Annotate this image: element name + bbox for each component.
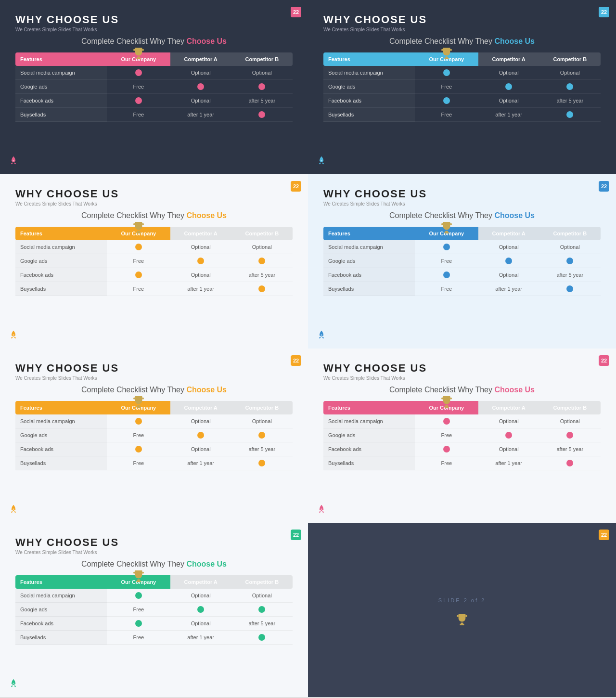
preview-label: SLIDE 2 of 2 xyxy=(438,597,486,603)
table-cell: Google ads xyxy=(323,80,415,94)
table-cell: Free xyxy=(107,80,170,94)
table-cell: Optional xyxy=(478,240,539,254)
table-cell xyxy=(415,94,478,108)
trophy-icon xyxy=(441,395,452,409)
checklist-heading: Complete Checklist Why They Choose Us xyxy=(15,560,293,569)
check-dot xyxy=(443,446,450,452)
slide-number: 22 xyxy=(291,181,301,192)
table-cell: Optional xyxy=(478,442,539,456)
check-dot xyxy=(258,285,265,292)
heading-plain: Complete Checklist Why They xyxy=(81,211,186,220)
slide-subtitle: We Creates Simple Slides That Works xyxy=(15,550,293,555)
svg-rect-13 xyxy=(136,406,141,408)
col-competitor-a: Competitor A xyxy=(170,575,231,589)
table-cell: Optional xyxy=(170,617,231,631)
table-row: Google adsFree xyxy=(15,80,293,94)
table-cell: Google ads xyxy=(323,254,415,268)
heading-plain: Complete Checklist Why They xyxy=(81,386,186,394)
table-cell: Free xyxy=(107,603,170,617)
trophy-icon xyxy=(133,395,144,409)
table-cell: after 1 year xyxy=(170,456,231,470)
table-row: BuyselladsFreeafter 1 year xyxy=(15,282,293,296)
col-our-company: Our Company xyxy=(415,52,478,66)
table-cell xyxy=(539,254,601,268)
table-row: BuyselladsFreeafter 1 year xyxy=(15,631,293,645)
col-competitor-a: Competitor A xyxy=(170,401,231,414)
table-cell xyxy=(170,254,231,268)
slide-subtitle: We Creates Simple Slides That Works xyxy=(15,375,293,381)
table-cell xyxy=(539,428,601,442)
check-dot xyxy=(135,418,142,425)
table-cell xyxy=(231,108,293,122)
table-row: BuyselladsFreeafter 1 year xyxy=(15,456,293,470)
check-dot xyxy=(258,258,265,264)
check-dot xyxy=(566,432,573,439)
rocket-icon xyxy=(9,330,18,339)
table-cell: Facebook ads xyxy=(323,442,415,456)
preview-slide: 22 SLIDE 2 of 2 xyxy=(308,523,616,697)
check-dot xyxy=(443,97,450,104)
table-cell: Facebook ads xyxy=(15,94,107,108)
table-cell xyxy=(231,428,293,442)
table-cell: Free xyxy=(107,108,170,122)
table-cell xyxy=(231,603,293,617)
svg-point-14 xyxy=(13,508,14,510)
rocket-icon xyxy=(9,678,18,688)
rocket-decoration xyxy=(317,155,326,168)
table-body: Social media campaignOptionalOptionalGoo… xyxy=(323,66,601,122)
col-competitor-b: Competitor B xyxy=(231,227,293,240)
table-cell xyxy=(107,66,170,80)
heading-plain: Complete Checklist Why They xyxy=(389,37,494,45)
check-dot xyxy=(258,634,265,641)
table-cell: Free xyxy=(415,80,478,94)
trophy-icon xyxy=(133,47,144,60)
check-dot xyxy=(135,446,142,452)
heading-highlight: Choose Us xyxy=(186,560,227,568)
svg-point-11 xyxy=(321,334,322,336)
table-cell: Facebook ads xyxy=(15,268,107,282)
check-dot xyxy=(566,460,573,466)
rocket-decoration xyxy=(317,504,326,516)
table-cell xyxy=(107,442,170,456)
table-cell: Free xyxy=(107,282,170,296)
table-cell: Optional xyxy=(478,268,539,282)
table-cell: Facebook ads xyxy=(15,617,107,631)
table-cell xyxy=(478,428,539,442)
table-cell: Buysellads xyxy=(323,108,415,122)
slide-number: 22 xyxy=(599,530,609,540)
table-header-row: Features Our Company Competitor A Compet… xyxy=(15,575,293,589)
checklist-heading: Complete Checklist Why They Choose Us xyxy=(15,37,293,46)
table-cell: after 1 year xyxy=(478,456,539,470)
table-row: Facebook adsOptionalafter 5 year xyxy=(15,94,293,108)
check-dot xyxy=(443,244,450,250)
table-row: Social media campaignOptionalOptional xyxy=(323,414,601,428)
trophy-icon xyxy=(441,47,452,60)
rocket-icon xyxy=(317,330,326,339)
table-header-row: Features Our Company Competitor A Compet… xyxy=(323,227,601,240)
trophy-icon xyxy=(457,613,467,626)
table-cell: Buysellads xyxy=(323,282,415,296)
table-body: Social media campaignOptionalOptionalGoo… xyxy=(15,240,293,296)
rocket-decoration xyxy=(9,678,18,690)
svg-rect-4 xyxy=(444,58,449,59)
table-cell: Buysellads xyxy=(15,456,107,470)
table-cell: Optional xyxy=(170,66,231,80)
table-cell: after 1 year xyxy=(478,108,539,122)
comparison-table: Features Our Company Competitor A Compet… xyxy=(323,227,601,296)
table-row: BuyselladsFreeafter 1 year xyxy=(15,108,293,122)
checklist-heading: Complete Checklist Why They Choose Us xyxy=(15,211,293,220)
col-competitor-b: Competitor B xyxy=(231,575,293,589)
comparison-table: Features Our Company Competitor A Compet… xyxy=(323,401,601,470)
slide-6: 22 WHY CHOOSE US We Creates Simple Slide… xyxy=(308,349,616,523)
table-cell: Free xyxy=(107,428,170,442)
check-dot xyxy=(566,285,573,292)
table-header-row: Features Our Company Competitor A Compet… xyxy=(15,401,293,414)
table-cell xyxy=(539,108,601,122)
col-competitor-b: Competitor B xyxy=(231,52,293,66)
comparison-table: Features Our Company Competitor A Compet… xyxy=(15,52,293,122)
table-cell xyxy=(415,268,478,282)
col-features: Features xyxy=(15,401,107,414)
col-our-company: Our Company xyxy=(107,227,170,240)
svg-rect-16 xyxy=(444,406,449,408)
table-cell xyxy=(107,94,170,108)
